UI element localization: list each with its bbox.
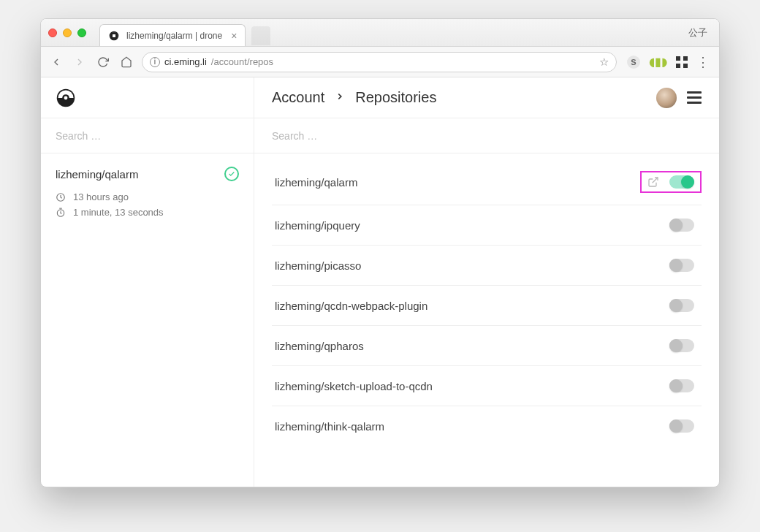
back-button[interactable] <box>48 54 64 70</box>
repo-toggle[interactable] <box>669 299 694 312</box>
browser-window: lizheming/qalarm | drone × 公子 i ci.eming… <box>40 18 720 487</box>
repo-actions <box>640 171 702 193</box>
repo-name[interactable]: lizheming/qcdn-webpack-plugin <box>275 300 428 312</box>
browser-tab[interactable]: lizheming/qalarm | drone × <box>99 24 246 46</box>
extensions: S ◖▮◗ ⋮ <box>624 54 712 70</box>
build-card[interactable]: lizheming/qalarm 13 hours ago 1 minute, … <box>41 153 254 231</box>
repo-row: lizheming/picasso <box>272 246 702 286</box>
url-path: /account/repos <box>211 56 273 67</box>
repo-toggle[interactable] <box>669 419 694 433</box>
header-row: Account Repositories <box>254 77 719 118</box>
repo-row: lizheming/qalarm <box>272 159 702 205</box>
repo-actions <box>665 297 699 314</box>
site-info-icon[interactable]: i <box>150 57 160 67</box>
svg-line-5 <box>653 178 658 183</box>
address-bar[interactable]: i ci.eming.li/account/repos ☆ <box>142 52 617 72</box>
main-search <box>254 118 719 153</box>
main-panel: Account Repositories lizheming/qalarmliz… <box>254 77 719 487</box>
browser-toolbar: i ci.eming.li/account/repos ☆ S ◖▮◗ ⋮ <box>41 47 719 77</box>
new-tab-button[interactable] <box>251 26 270 45</box>
extension-s-icon[interactable]: S <box>627 56 640 69</box>
repo-name[interactable]: lizheming/think-qalarm <box>275 420 384 433</box>
forward-button[interactable] <box>72 54 88 70</box>
menu-button[interactable] <box>687 91 702 104</box>
tab-title: lizheming/qalarm | drone <box>126 31 222 41</box>
breadcrumb-repositories[interactable]: Repositories <box>355 89 436 106</box>
window-controls <box>48 28 86 37</box>
svg-point-2 <box>64 96 68 99</box>
tab-close-icon[interactable]: × <box>231 30 237 42</box>
repo-name[interactable]: lizheming/sketch-upload-to-qcdn <box>275 380 433 392</box>
repo-toggle[interactable] <box>669 218 694 232</box>
chevron-right-icon <box>335 91 345 104</box>
repo-actions <box>665 257 699 273</box>
repo-row: lizheming/qpharos <box>272 326 702 366</box>
repo-row: lizheming/qcdn-webpack-plugin <box>272 286 702 326</box>
build-duration-label: 1 minute, 13 seconds <box>73 207 164 218</box>
open-repo-icon[interactable] <box>647 176 659 188</box>
repo-actions <box>665 338 699 354</box>
repo-row: lizheming/ipquery <box>272 205 702 246</box>
repo-actions <box>665 418 699 434</box>
bookmark-star-icon[interactable]: ☆ <box>599 56 609 69</box>
repo-actions <box>665 217 699 233</box>
repo-toggle[interactable] <box>669 175 694 189</box>
repo-row: lizheming/think-qalarm <box>272 406 702 446</box>
repo-row: lizheming/sketch-upload-to-qcdn <box>272 366 702 406</box>
drone-app: lizheming/qalarm 13 hours ago 1 minute, … <box>41 77 719 487</box>
url-host: ci.eming.li <box>164 56 207 67</box>
repo-name[interactable]: lizheming/qalarm <box>275 176 357 189</box>
repo-toggle[interactable] <box>669 339 694 352</box>
profile-name[interactable]: 公子 <box>688 26 712 39</box>
drone-logo-icon[interactable] <box>56 88 76 108</box>
repo-name[interactable]: lizheming/qpharos <box>275 340 364 352</box>
reload-button[interactable] <box>95 54 111 70</box>
avatar[interactable] <box>656 88 677 108</box>
logo-row <box>41 77 254 118</box>
timer-icon <box>56 208 66 218</box>
build-repo-name: lizheming/qalarm <box>56 168 138 180</box>
repo-toggle[interactable] <box>669 259 694 272</box>
extension-qr-icon[interactable] <box>676 56 688 68</box>
browser-menu-button[interactable]: ⋮ <box>696 54 709 70</box>
repo-name[interactable]: lizheming/ipquery <box>275 219 360 232</box>
status-success-icon <box>224 167 239 181</box>
maximize-window-button[interactable] <box>77 28 86 37</box>
build-time-label: 13 hours ago <box>73 191 129 202</box>
build-time: 13 hours ago <box>56 191 239 202</box>
tab-strip: lizheming/qalarm | drone × <box>99 19 270 46</box>
sidebar-search <box>41 118 254 153</box>
extension-android-icon[interactable]: ◖▮◗ <box>649 55 667 69</box>
repo-actions <box>665 378 699 394</box>
minimize-window-button[interactable] <box>63 28 72 37</box>
sidebar-search-input[interactable] <box>56 130 239 142</box>
drone-favicon-icon <box>110 31 119 40</box>
repo-list: lizheming/qalarmlizheming/ipquerylizhemi… <box>254 153 719 475</box>
home-button[interactable] <box>118 54 134 70</box>
build-duration: 1 minute, 13 seconds <box>56 207 239 218</box>
sidebar: lizheming/qalarm 13 hours ago 1 minute, … <box>41 77 254 487</box>
titlebar: lizheming/qalarm | drone × 公子 <box>41 19 719 47</box>
clock-icon <box>56 192 66 202</box>
repo-search-input[interactable] <box>272 130 702 142</box>
breadcrumb-account[interactable]: Account <box>272 89 324 106</box>
close-window-button[interactable] <box>48 28 57 37</box>
repo-name[interactable]: lizheming/picasso <box>275 259 361 272</box>
repo-toggle[interactable] <box>669 379 694 392</box>
